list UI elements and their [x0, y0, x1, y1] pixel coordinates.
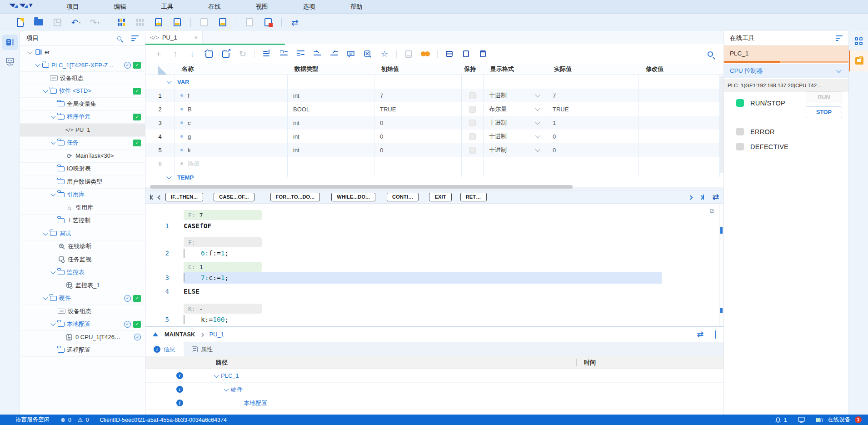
- chevron-down-icon[interactable]: [224, 386, 229, 391]
- comment-icon[interactable]: [346, 49, 356, 59]
- tree-item-task-monitor[interactable]: 任务监视: [20, 253, 145, 266]
- snippet-case-of[interactable]: CASE...OF...: [214, 193, 254, 201]
- online-device-icon[interactable]: [816, 417, 823, 423]
- format-dropdown[interactable]: 十进制: [483, 119, 547, 127]
- go-offline-icon[interactable]: [244, 17, 255, 28]
- snippet-return[interactable]: RET…: [460, 193, 487, 201]
- collapse-panel-icon[interactable]: [153, 332, 158, 336]
- chevron-down-icon[interactable]: [43, 88, 48, 93]
- snippet-last-icon[interactable]: [700, 194, 704, 200]
- project-explorer-icon[interactable]: [2, 35, 18, 50]
- move-up-icon[interactable]: ↑: [170, 49, 180, 59]
- tree-item-maintask[interactable]: ⟳MainTask<30>: [20, 150, 145, 163]
- tree-item-global-vars[interactable]: 全局变量集: [20, 98, 145, 111]
- cpu-controller-section[interactable]: CPU 控制器: [724, 64, 848, 78]
- toggle-snippet-bar-icon[interactable]: ⇄: [713, 192, 719, 202]
- tree-item-local-config[interactable]: 本地配置✓✓: [20, 318, 145, 331]
- chevron-down-icon[interactable]: [50, 321, 55, 326]
- chevron-down-icon[interactable]: [50, 191, 55, 196]
- tree-item-io-mapping[interactable]: IO映射表: [20, 163, 145, 176]
- snippet-prev-icon[interactable]: [158, 194, 161, 200]
- tree-item-debug[interactable]: 调试: [20, 227, 145, 240]
- sync-view-icon[interactable]: ⇄: [697, 330, 703, 339]
- tree-item-watch-table-1[interactable]: 监控表_1: [20, 279, 145, 292]
- tree-item-process-control[interactable]: 工艺控制: [20, 215, 145, 228]
- snippet-while-do[interactable]: WHILE...DO...: [331, 193, 375, 201]
- snippet-next-icon[interactable]: [689, 194, 692, 200]
- filter-sort-icon[interactable]: [131, 35, 139, 41]
- vertical-scrollbar[interactable]: [720, 75, 723, 173]
- search-icon[interactable]: [117, 36, 121, 40]
- close-icon[interactable]: ×: [194, 34, 198, 41]
- code-line-1[interactable]: 1 CASE f OF: [145, 220, 723, 232]
- insert-row-below-icon[interactable]: [295, 49, 305, 59]
- tree-item-cpu1[interactable]: 0 CPU_1[T426…✓: [20, 331, 145, 344]
- tree-item-plc1[interactable]: PLC_1[T426E-XEP-Z…✓✓: [20, 59, 145, 72]
- warning-counter[interactable]: ⚠0: [78, 416, 89, 423]
- chevron-down-icon[interactable]: [50, 140, 55, 145]
- info-row-hardware[interactable]: i硬件: [145, 383, 723, 396]
- snippet-continue[interactable]: CONTI…: [387, 193, 419, 201]
- format-dropdown[interactable]: 十进制: [483, 132, 547, 140]
- cross-reference-icon[interactable]: ⇄: [289, 17, 300, 28]
- run-button[interactable]: RUN: [806, 91, 842, 103]
- stop-button[interactable]: STOP: [806, 106, 842, 118]
- watch-binoculars-icon[interactable]: [420, 49, 430, 59]
- new-file-icon[interactable]: [15, 17, 25, 28]
- merge-cell-icon[interactable]: [461, 49, 471, 59]
- split-row-icon[interactable]: [444, 49, 454, 59]
- tree-item-software[interactable]: 软件 <STD>✓: [20, 85, 145, 98]
- add-variable-row[interactable]: 6 添加: [145, 157, 723, 170]
- menu-options[interactable]: 选项: [285, 3, 333, 11]
- chevron-down-icon[interactable]: [166, 79, 171, 84]
- retain-checkbox[interactable]: [469, 133, 476, 140]
- panel-layout-icon[interactable]: [855, 37, 863, 45]
- device-sync-icon[interactable]: [217, 17, 228, 28]
- search-icon[interactable]: [705, 49, 715, 59]
- code-editor[interactable]: ◲ F:7 1 CASE f OF F:- 2 6: f:=1; C:1 3 7…: [145, 204, 723, 326]
- group-row-temp[interactable]: TEMP: [145, 170, 723, 184]
- chevron-down-icon[interactable]: [214, 372, 219, 377]
- retain-checkbox[interactable]: [469, 92, 476, 99]
- tree-item-libraries[interactable]: 引用库: [20, 189, 145, 202]
- menu-view[interactable]: 视图: [238, 3, 285, 11]
- tree-item-watch-tables[interactable]: 监控表: [20, 266, 145, 280]
- undo-icon[interactable]: ↶▾: [70, 17, 81, 28]
- select-row-icon[interactable]: [262, 49, 272, 59]
- insert-row-above-icon[interactable]: [279, 49, 289, 59]
- menu-online[interactable]: 在线: [191, 3, 238, 11]
- snippet-exit[interactable]: EXIT: [429, 193, 451, 201]
- chevron-down-icon[interactable]: [43, 295, 48, 300]
- breadcrumb-task[interactable]: MAINTASK: [165, 331, 195, 338]
- redo-icon[interactable]: ↷▾: [89, 17, 100, 28]
- chevron-down-icon[interactable]: [43, 230, 48, 235]
- snippet-if-then[interactable]: IF...THEN...: [165, 193, 203, 201]
- snippet-for-to-do[interactable]: FOR...TO...DO...: [270, 193, 320, 201]
- code-line-3-current[interactable]: 3 7: c:=1;: [145, 272, 723, 284]
- compare-offline-icon[interactable]: [199, 17, 210, 28]
- tab-pu1[interactable]: </> PU_1 ×: [145, 31, 203, 44]
- code-zoom-widget-icon[interactable]: ◲: [710, 207, 713, 214]
- format-dropdown[interactable]: 布尔量: [483, 105, 547, 113]
- tab-info[interactable]: i信息: [145, 342, 184, 356]
- retain-checkbox[interactable]: [469, 106, 476, 113]
- layout-toggle-icon[interactable]: [798, 417, 805, 423]
- code-line-5[interactable]: 5 k:=100;: [145, 314, 723, 325]
- archive-device-icon[interactable]: [404, 49, 414, 59]
- online-tools-tab-icon[interactable]: [849, 50, 868, 71]
- snippet-first-icon[interactable]: [150, 194, 154, 200]
- tree-item-device-config-hw[interactable]: 100设备组态: [20, 305, 145, 318]
- export-variables-icon[interactable]: ↗: [221, 49, 231, 59]
- chevron-down-icon[interactable]: [166, 174, 171, 179]
- refresh-icon[interactable]: ↻: [238, 49, 248, 59]
- hardware-catalog-icon[interactable]: [135, 17, 145, 28]
- chevron-down-icon[interactable]: [35, 62, 40, 67]
- import-variables-icon[interactable]: ↙: [204, 49, 214, 59]
- tree-item-hardware[interactable]: 硬件✓✓: [20, 292, 145, 305]
- error-counter[interactable]: ⊗0: [60, 416, 71, 423]
- tree-item-device-config[interactable]: 100设备组态: [20, 72, 145, 85]
- code-line-4[interactable]: 4 ELSE: [145, 285, 723, 297]
- device-selector[interactable]: PLC_1: [724, 45, 848, 61]
- select-all-triangle[interactable]: [158, 66, 174, 75]
- indent-icon[interactable]: [312, 49, 322, 59]
